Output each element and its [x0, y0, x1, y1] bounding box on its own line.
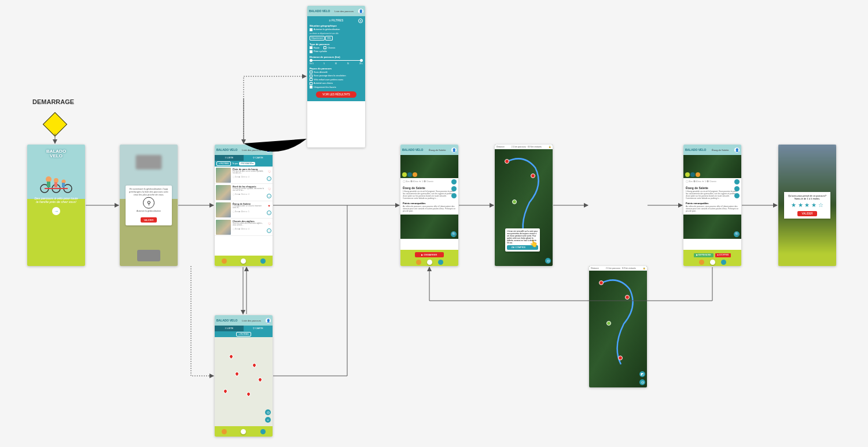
- fab-orange[interactable]: [222, 258, 227, 264]
- checkbox[interactable]: [310, 50, 312, 53]
- avatar-icon[interactable]: 👤: [266, 318, 271, 323]
- waypoint-icon[interactable]: [505, 159, 509, 164]
- checkbox[interactable]: [310, 71, 312, 73]
- fab-orange[interactable]: [222, 429, 227, 434]
- map-marker[interactable]: [246, 391, 252, 397]
- map-canvas[interactable]: ◎ +: [215, 337, 273, 435]
- detail-map[interactable]: 🔍: [400, 215, 458, 239]
- fab-orange[interactable]: [699, 260, 704, 265]
- fab-orange[interactable]: [416, 260, 421, 265]
- svg-rect-8: [54, 182, 57, 187]
- side-button[interactable]: [451, 193, 457, 198]
- start-diamond: [43, 112, 67, 136]
- validate-button[interactable]: VALIDER: [141, 217, 157, 222]
- view-button[interactable]: ◩: [639, 371, 645, 377]
- list-item[interactable]: Étang de SaletteL'étang possède un circu…: [215, 201, 273, 219]
- filters-chip[interactable]: ≡ FILTRES: [236, 332, 251, 337]
- checkbox[interactable]: [310, 78, 312, 81]
- map-marker[interactable]: [229, 354, 234, 360]
- zoom-icon[interactable]: 🔍: [734, 231, 740, 237]
- header-title: Liste des parcours: [242, 149, 261, 152]
- fab-white[interactable]: [710, 260, 715, 265]
- heart-icon[interactable]: ♥: [268, 204, 270, 208]
- map-marker[interactable]: [252, 363, 258, 368]
- fab-teal[interactable]: [260, 258, 266, 264]
- detail-map[interactable]: 🔍: [683, 215, 741, 239]
- sort-label: Tri par: [232, 162, 238, 165]
- list-item[interactable]: Chemin des aigliersSuivi les arbres de l…: [215, 219, 273, 236]
- locate-button[interactable]: ◎: [639, 379, 645, 385]
- heart-icon[interactable]: ♡: [268, 169, 271, 173]
- checkbox[interactable]: [310, 86, 312, 88]
- heart-icon[interactable]: ♡: [268, 187, 271, 191]
- locate-button[interactable]: ◎: [265, 409, 271, 415]
- waypoint-icon[interactable]: [625, 295, 630, 300]
- avatar-icon[interactable]: 👤: [451, 147, 457, 153]
- avatar-icon[interactable]: 👤: [734, 147, 740, 153]
- waypoint-icon[interactable]: [531, 173, 535, 178]
- fab-white[interactable]: [241, 258, 246, 264]
- zoom-icon[interactable]: 🔍: [451, 231, 457, 237]
- go-icon[interactable]: →: [267, 176, 271, 181]
- zoom-button[interactable]: +: [265, 417, 271, 423]
- side-button[interactable]: [734, 179, 740, 184]
- filters-title: ≡ FILTRES✕: [310, 19, 363, 22]
- filter-row: ≡ FILTRES Tri par PROXIMITÉ ▾: [215, 161, 273, 167]
- checkbox[interactable]: [323, 46, 326, 49]
- start-button[interactable]: ▶ DEMARRER: [415, 252, 444, 257]
- side-button[interactable]: [451, 186, 457, 191]
- sort-dropdown[interactable]: PROXIMITÉ ▾: [239, 162, 255, 165]
- checkbox[interactable]: [310, 46, 312, 49]
- app-header: BALADO VELO Liste des parcours 👤: [215, 315, 273, 326]
- fab-white[interactable]: [241, 429, 246, 434]
- bottom-bar: [215, 256, 273, 266]
- stop-button[interactable]: ■ STOPPER: [715, 253, 731, 257]
- fab-teal[interactable]: [438, 260, 443, 265]
- go-icon[interactable]: →: [267, 210, 271, 215]
- close-icon[interactable]: ✕: [358, 19, 363, 23]
- validate-rating-button[interactable]: VALIDER: [797, 211, 818, 216]
- map-marker[interactable]: [234, 371, 240, 377]
- tab-carte[interactable]: ⚲ CARTE: [244, 155, 273, 161]
- rating-stars[interactable]: ★ ★ ★ ★ ☆: [786, 202, 828, 208]
- list-item[interactable]: Bord du lac chappuisLe long du sentier c…: [215, 184, 273, 201]
- side-button[interactable]: [451, 179, 457, 184]
- header-logo: BALADO VELO: [309, 9, 330, 13]
- tab-liste[interactable]: ≡ LISTE: [215, 326, 244, 331]
- resume-button[interactable]: ▶ REPRENDRE: [694, 253, 713, 257]
- detail-photo: [400, 155, 458, 178]
- fab-white[interactable]: [427, 260, 432, 265]
- see-results-button[interactable]: VOIR LES RÉSULTATS: [316, 91, 356, 98]
- rating-modal: Qu'avez-vous pensé de ce parcours? Notez…: [784, 192, 830, 219]
- checkbox[interactable]: [310, 28, 312, 31]
- distance-slider[interactable]: [310, 60, 363, 61]
- svg-line-13: [273, 148, 336, 205]
- dept-input[interactable]: Département: [310, 36, 325, 40]
- geo-modal: En autorisant la géolocalisation, l'app …: [126, 186, 172, 226]
- side-button[interactable]: [734, 193, 740, 198]
- filters-chip[interactable]: ≡ FILTRES: [216, 161, 231, 166]
- go-icon[interactable]: →: [267, 228, 271, 233]
- fab-teal[interactable]: [260, 429, 266, 434]
- fab-teal[interactable]: [721, 260, 726, 265]
- checkbox[interactable]: [310, 75, 312, 77]
- checkbox[interactable]: [310, 82, 312, 85]
- locate-button[interactable]: ◎: [545, 258, 551, 264]
- blurred-bg-element: [136, 155, 162, 169]
- avatar-icon[interactable]: 👤: [266, 147, 271, 153]
- splash-next-button[interactable]: →: [52, 207, 60, 215]
- map-marker[interactable]: [223, 389, 229, 394]
- map-marker[interactable]: [258, 377, 263, 383]
- tab-liste[interactable]: ≡ LISTE: [215, 155, 244, 161]
- tab-carte[interactable]: ⚲ CARTE: [244, 326, 273, 331]
- go-icon[interactable]: →: [267, 194, 271, 198]
- heart-icon[interactable]: ♡: [268, 221, 271, 226]
- waypoint-icon[interactable]: [599, 280, 604, 285]
- side-button[interactable]: [734, 186, 740, 191]
- logo: BALADO VELO: [46, 149, 66, 158]
- city-input[interactable]: Ville: [325, 36, 333, 40]
- list-item[interactable]: Piste du parc du bourgP'tit tour du parc…: [215, 167, 273, 184]
- waypoint-icon[interactable]: [618, 356, 623, 360]
- screen-detail: BALADO VELOÉtang de Salette👤 ◯ 3km ⦿ 40m…: [400, 145, 458, 266]
- avatar-icon[interactable]: 👤: [358, 9, 363, 14]
